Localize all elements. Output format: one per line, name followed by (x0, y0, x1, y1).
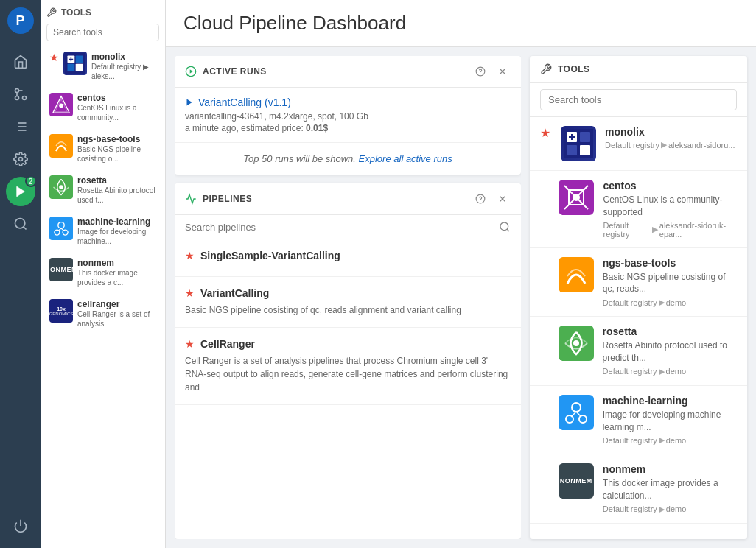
active-runs-header-icons (472, 63, 511, 80)
nav-settings-icon[interactable] (6, 144, 35, 174)
sidebar-cellranger-desc: Cell Ranger is a set of analysis (77, 309, 156, 329)
monolix-tool-name: monolix (605, 126, 735, 138)
content-body: ACTIVE RUNS (166, 47, 756, 548)
sidebar-rosetta-name: rosetta (77, 175, 156, 186)
nonmem-tool-desc: This docker image provides a calculation… (603, 477, 737, 502)
sidebar-tools-search-input[interactable] (46, 24, 159, 41)
sidebar-ml-desc: Image for developing machine... (77, 227, 156, 246)
ngs-sidebar-icon (49, 134, 73, 158)
svg-point-29 (59, 185, 63, 189)
svg-marker-37 (190, 69, 193, 73)
svg-point-2 (15, 96, 18, 100)
pipeline-2-name: VariantCalling (200, 287, 269, 299)
pipelines-search-input[interactable] (185, 222, 494, 233)
sidebar-tool-monolix[interactable]: ★ monolix Default registry ▶ aleks... (46, 47, 159, 85)
sidebar-tool-rosetta[interactable]: rosetta Rosetta Abinito protocol used t.… (46, 171, 159, 209)
active-runs-close-btn[interactable] (494, 63, 511, 80)
active-runs-panel: ACTIVE RUNS (175, 56, 521, 175)
sidebar-tool-nonmem-info: nonmem This docker image provides a c... (77, 258, 156, 287)
sidebar-monolix-desc: Default registry ▶ aleks... (91, 62, 156, 81)
play-icon (185, 66, 197, 77)
tools-search-input[interactable] (540, 89, 737, 110)
svg-rect-20 (76, 64, 83, 71)
svg-rect-51 (580, 132, 590, 142)
ngs-tool-desc: Basic NGS pipeline cosisting of qc, read… (603, 271, 737, 296)
pipeline-item-2[interactable]: ★ VariantCalling Basic NGS pipeline cosi… (175, 277, 521, 328)
svg-point-26 (59, 104, 63, 108)
tool-item-rosetta[interactable]: rosetta Rosetta Abinito protocol used to… (530, 317, 747, 386)
tool-item-ml[interactable]: machine-learning Image for developing ma… (530, 386, 747, 455)
sidebar-tools-panel: TOOLS ★ monolix Default registry ▶ aleks… (41, 0, 166, 548)
pipeline-item-1-header: ★ SingleSample-VariantCalling (185, 250, 511, 261)
pipelines-search-bar (175, 215, 521, 239)
pipelines-help-btn[interactable] (472, 191, 489, 207)
runs-footer: Top 50 runs will be shown. Explore all a… (175, 143, 521, 175)
active-runs-header: ACTIVE RUNS (175, 56, 521, 88)
sidebar-nonmem-name: nonmem (77, 258, 156, 268)
centos-tool-desc: CentOS Linux is a community-supported (603, 194, 737, 219)
svg-point-60 (573, 194, 580, 201)
monolix-tool-info: monolix Default registry ▶ aleksandr-sid… (605, 126, 735, 150)
run-item[interactable]: VariantCalling (v1.1) variantcalling-436… (175, 88, 521, 143)
tool-item-monolix[interactable]: ★ monolix (530, 117, 747, 171)
explore-all-runs-link[interactable]: Explore all active runs (359, 153, 452, 164)
sidebar-tool-monolix-info: monolix Default registry ▶ aleks... (91, 52, 156, 81)
sidebar-tool-ngs-info: ngs-base-tools Basic NGS pipeline cosist… (77, 134, 156, 164)
rosetta-tool-registry: Default registry ▶ demo (603, 367, 737, 376)
sidebar-tools-header: TOOLS (46, 7, 159, 18)
nav-list-icon[interactable] (6, 112, 35, 141)
svg-rect-52 (567, 145, 577, 155)
svg-point-47 (500, 222, 508, 231)
sidebar-tool-cellranger-info: cellranger Cell Ranger is a set of analy… (77, 299, 156, 329)
sidebar-tool-cellranger[interactable]: 10x GENOMICS cellranger Cell Ranger is a… (46, 295, 159, 333)
sidebar-tool-nonmem[interactable]: NONMEM nonmem This docker image provides… (46, 253, 159, 292)
ngs-tool-name: ngs-base-tools (603, 257, 737, 269)
tool-item-nonmem[interactable]: NONMEM nonmem This docker image provides… (530, 454, 747, 524)
svg-point-13 (15, 219, 24, 228)
main-content: Cloud Pipeline Dashboard ACTIVE RUNS (166, 0, 756, 548)
pipeline-item-2-header: ★ VariantCalling (185, 287, 511, 299)
pipeline-2-star: ★ (185, 287, 195, 299)
pipelines-close-btn[interactable] (494, 191, 511, 207)
pipeline-icon (185, 193, 197, 205)
sidebar-tool-ml[interactable]: machine-learning Image for developing ma… (46, 212, 159, 250)
rosetta-sidebar-icon (49, 175, 73, 199)
sidebar-tool-ngs[interactable]: ngs-base-tools Basic NGS pipeline cosist… (46, 130, 159, 168)
sidebar-tool-centos-info: centos CentOS Linux is a community... (77, 93, 156, 122)
svg-point-11 (18, 158, 22, 161)
sidebar-ml-name: machine-learning (77, 217, 156, 227)
nav-git-icon[interactable] (6, 80, 35, 109)
nav-power-icon[interactable] (6, 511, 35, 541)
nonmem-tool-registry: Default registry ▶ demo (603, 505, 737, 514)
centos-tool-icon (559, 180, 594, 215)
run-details: variantcalling-43641, m4.2xlarge, spot, … (185, 111, 511, 122)
active-runs-help-btn[interactable] (472, 63, 489, 80)
tool-item-ngs[interactable]: ngs-base-tools Basic NGS pipeline cosist… (530, 248, 747, 317)
nonmem-tool-name: nonmem (603, 463, 737, 475)
tools-panel-header: TOOLS (530, 56, 747, 83)
tools-panel-title: TOOLS (558, 64, 590, 74)
sidebar-cellranger-name: cellranger (77, 299, 156, 309)
sidebar-tool-centos[interactable]: centos CentOS Linux is a community... (46, 88, 159, 127)
svg-point-1 (15, 89, 18, 93)
nav-search-icon[interactable] (6, 209, 35, 239)
run-time: a minute ago, estimated price: 0.01$ (185, 123, 511, 133)
pipeline-item-1[interactable]: ★ SingleSample-VariantCalling (175, 239, 521, 277)
tool-item-centos[interactable]: centos CentOS Linux is a community-suppo… (530, 171, 747, 248)
nav-home-icon[interactable] (6, 47, 35, 77)
pipeline-2-desc: Basic NGS pipeline cosisting of qc, read… (185, 303, 511, 317)
rosetta-tool-name: rosetta (603, 326, 737, 337)
right-tools-panel: TOOLS ★ (530, 56, 747, 539)
sidebar-tool-ml-info: machine-learning Image for developing ma… (77, 217, 156, 246)
pipeline-item-3[interactable]: ★ CellRanger Cell Ranger is a set of ana… (175, 328, 521, 405)
tool-list: ★ monolix (530, 117, 747, 539)
svg-line-48 (507, 229, 509, 231)
sidebar-icon-bar: P 2 (0, 0, 41, 548)
nav-runs-icon[interactable]: 2 (6, 177, 35, 206)
centos-sidebar-icon (49, 93, 73, 116)
page-title: Cloud Pipeline Dashboard (183, 12, 738, 35)
nonmem-tool-icon: NONMEM (559, 463, 594, 499)
cellranger-sidebar-icon: 10x GENOMICS (49, 299, 73, 323)
active-runs-badge: 2 (25, 175, 37, 187)
svg-line-14 (23, 227, 26, 230)
